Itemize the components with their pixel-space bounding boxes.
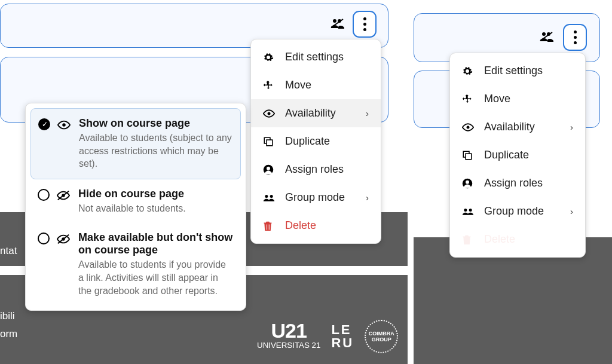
user-icon [263, 164, 276, 175]
kebab-icon [363, 17, 366, 31]
menu-delete[interactable]: Delete [251, 212, 381, 240]
menu-delete[interactable]: Delete [450, 225, 585, 253]
footer-text: orm [0, 326, 17, 342]
option-title: Make available but don't show on course … [78, 231, 234, 256]
logo-coimbra-group: COIMBRA GROUP [365, 320, 398, 353]
menu-availability[interactable]: Availability › [251, 99, 381, 127]
svg-point-20 [469, 209, 472, 212]
eye-icon [263, 109, 276, 118]
menu-group-mode[interactable]: Group mode › [450, 197, 585, 225]
menu-item-label: Duplicate [285, 135, 330, 148]
move-icon [462, 94, 475, 105]
svg-point-14 [467, 126, 470, 129]
option-title: Hide on course page [78, 188, 234, 200]
svg-point-19 [464, 209, 467, 212]
actions-menu: Edit settings Move Availability › Duplic… [250, 39, 381, 244]
footer-text: ibili [0, 308, 15, 324]
svg-point-1 [268, 112, 271, 115]
panel-left: ntat ibili orm U21 UNIVERSITAS 21 LE RU … [0, 0, 408, 364]
menu-item-label: Delete [285, 219, 316, 232]
menu-move[interactable]: Move [251, 71, 381, 99]
radio-icon [38, 189, 50, 201]
eye-icon [462, 123, 475, 131]
option-desc: Available to students if you provide a l… [78, 258, 234, 297]
availability-submenu: Show on course page Available to student… [25, 103, 246, 311]
eye-slash-icon [57, 189, 71, 202]
move-icon [263, 80, 276, 91]
menu-assign-roles[interactable]: Assign roles [450, 169, 585, 197]
chevron-right-icon: › [570, 206, 573, 216]
user-icon [462, 178, 475, 189]
menu-item-label: Assign roles [484, 177, 543, 189]
panel-right: Edit settings Move Availability › Duplic… [414, 0, 612, 364]
menu-move[interactable]: Move [450, 85, 585, 113]
group-icon [462, 207, 475, 216]
menu-item-label: Move [484, 93, 510, 105]
duplicate-icon [263, 136, 276, 147]
availability-option-stealth[interactable]: Make available but don't show on course … [30, 223, 241, 305]
eye-icon [57, 118, 72, 131]
actions-menu-button[interactable] [353, 11, 377, 38]
gear-icon [263, 52, 276, 63]
menu-item-label: Edit settings [484, 65, 543, 77]
menu-edit-settings[interactable]: Edit settings [450, 57, 585, 85]
chevron-right-icon: › [366, 192, 369, 203]
trash-icon [263, 221, 276, 231]
trash-icon [462, 234, 475, 245]
eye-slash-icon [57, 233, 71, 246]
radio-selected-icon [38, 118, 50, 130]
actions-menu: Edit settings Move Availability › Duplic… [449, 53, 586, 258]
kebab-icon [574, 30, 577, 44]
group-icon [263, 194, 276, 202]
svg-point-6 [265, 195, 268, 198]
menu-group-mode[interactable]: Group mode › [251, 183, 381, 212]
svg-point-18 [466, 180, 469, 183]
option-desc: Not available to students. [78, 202, 234, 215]
menu-item-label: Group mode [285, 191, 345, 204]
availability-option-hide[interactable]: Hide on course page Not available to stu… [30, 179, 241, 224]
menu-item-label: Availability [484, 121, 535, 133]
no-groups-icon [539, 31, 553, 42]
menu-item-label: Assign roles [285, 163, 344, 176]
logo-leru: LE RU [331, 323, 354, 350]
menu-assign-roles[interactable]: Assign roles [251, 155, 381, 183]
menu-item-label: Group mode [484, 205, 544, 218]
actions-menu-button[interactable] [563, 24, 587, 51]
option-title: Show on course page [79, 117, 233, 130]
duplicate-icon [462, 150, 475, 161]
svg-rect-16 [466, 154, 472, 160]
menu-item-label: Move [285, 79, 311, 91]
svg-rect-3 [267, 140, 273, 146]
gear-icon [462, 66, 475, 77]
menu-duplicate[interactable]: Duplicate [251, 127, 381, 155]
menu-availability[interactable]: Availability › [450, 113, 585, 141]
radio-icon [38, 233, 50, 244]
menu-duplicate[interactable]: Duplicate [450, 141, 585, 169]
svg-point-8 [62, 123, 66, 127]
menu-edit-settings[interactable]: Edit settings [251, 43, 381, 71]
option-desc: Available to students (subject to any ac… [79, 131, 233, 170]
availability-option-show[interactable]: Show on course page Available to student… [30, 108, 241, 179]
menu-item-label: Duplicate [484, 149, 529, 161]
logo-u21: U21 UNIVERSITAS 21 [257, 323, 320, 350]
no-groups-icon [330, 18, 344, 29]
svg-point-7 [270, 195, 273, 198]
chevron-right-icon: › [570, 122, 573, 132]
menu-item-label: Availability [285, 107, 336, 120]
chevron-right-icon: › [366, 108, 369, 118]
footer-text: ntat [0, 243, 17, 259]
svg-point-5 [267, 166, 270, 170]
menu-item-label: Delete [484, 233, 515, 246]
menu-item-label: Edit settings [285, 51, 344, 63]
